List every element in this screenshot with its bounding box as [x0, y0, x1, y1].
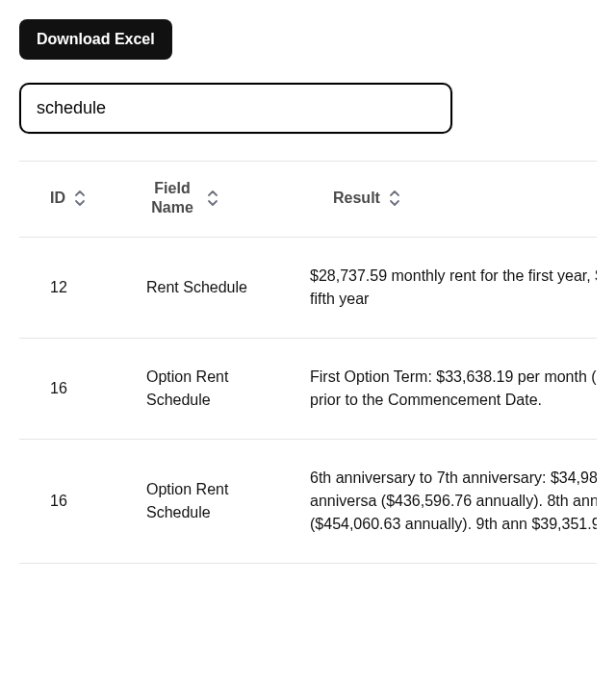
sort-icon [388, 190, 401, 206]
sort-icon [73, 190, 87, 206]
cell-field-name: Rent Schedule [135, 238, 298, 339]
column-header-id-label: ID [50, 189, 65, 208]
sort-icon [206, 190, 219, 206]
column-header-field-name[interactable]: Field Name [135, 162, 298, 238]
column-header-result-label: Result [333, 189, 380, 208]
column-header-id[interactable]: ID [19, 162, 135, 238]
table-row: 16 Option Rent Schedule First Option Ter… [19, 339, 597, 440]
table-row: 12 Rent Schedule $28,737.59 monthly rent… [19, 238, 597, 339]
cell-id: 16 [19, 440, 135, 564]
cell-result: 6th anniversary to 7th anniversary: $34,… [298, 440, 597, 564]
download-excel-button[interactable]: Download Excel [19, 19, 172, 60]
cell-result: First Option Term: $33,638.19 per month … [298, 339, 597, 440]
column-header-result[interactable]: Result [298, 162, 597, 238]
search-input[interactable] [19, 83, 452, 134]
search-wrap [19, 83, 597, 134]
results-table-wrap: ID Field Name [19, 161, 597, 564]
results-table: ID Field Name [19, 162, 597, 564]
column-header-field-label: Field Name [146, 179, 198, 217]
cell-field-name: Option Rent Schedule [135, 440, 298, 564]
cell-field-name: Option Rent Schedule [135, 339, 298, 440]
table-row: 16 Option Rent Schedule 6th anniversary … [19, 440, 597, 564]
cell-result: $28,737.59 monthly rent for the first ye… [298, 238, 597, 339]
cell-id: 12 [19, 238, 135, 339]
cell-id: 16 [19, 339, 135, 440]
